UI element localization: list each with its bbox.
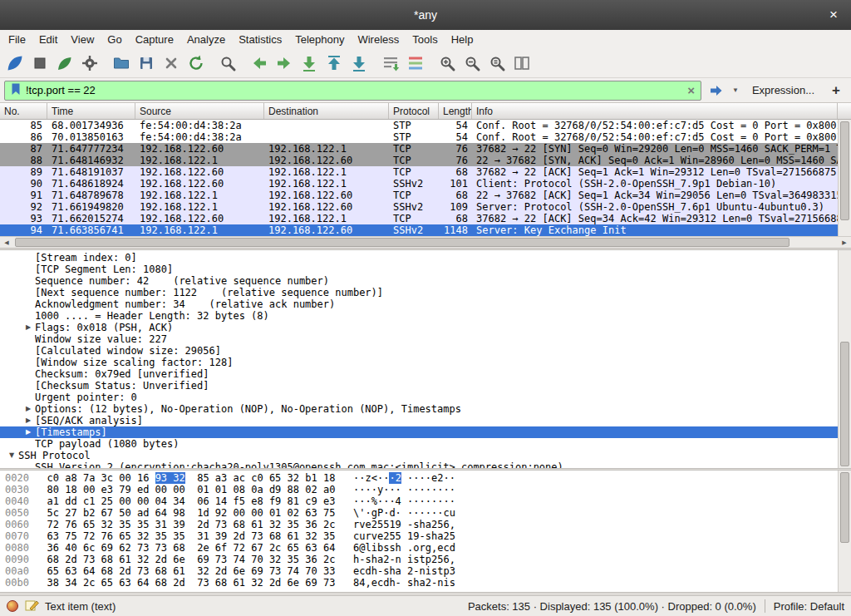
menu-statistics[interactable]: Statistics (232, 32, 288, 47)
expander-icon[interactable]: ▶ (22, 403, 35, 415)
close-capture-icon[interactable] (159, 52, 184, 75)
menu-file[interactable]: File (2, 32, 32, 47)
detail-line[interactable]: ▶Flags: 0x018 (PSH, ACK) (0, 322, 851, 333)
auto-scroll-icon[interactable] (378, 52, 403, 75)
display-filter-entry[interactable]: × (4, 81, 701, 101)
go-to-packet-icon[interactable] (297, 52, 322, 75)
reload-icon[interactable] (184, 52, 209, 75)
detail-line[interactable]: ▼SSH Protocol (0, 450, 851, 461)
detail-line[interactable]: ▶Options: (12 bytes), No-Operation (NOP)… (0, 403, 851, 415)
filter-apply-icon[interactable] (706, 81, 726, 100)
profile-label[interactable]: Profile: Default (774, 600, 844, 613)
detail-line[interactable]: ▶[Timestamps] (0, 426, 851, 438)
go-last-icon[interactable] (347, 52, 371, 75)
hex-row[interactable]: 0070 63 75 72 76 65 32 35 35 31 39 2d 73… (5, 530, 851, 542)
detail-line[interactable]: Urgent pointer: 0 (0, 392, 851, 403)
zoom-out-icon[interactable] (460, 52, 485, 75)
menu-edit[interactable]: Edit (32, 32, 64, 47)
expert-info-icon[interactable] (7, 600, 18, 612)
hex-row[interactable]: 0090 68 2d 73 68 61 32 2d 6e 69 73 74 70… (5, 554, 851, 565)
packet-row[interactable]: 8771.647777234192.168.122.60192.168.122.… (0, 143, 851, 155)
expression-button[interactable]: Expression... (745, 84, 821, 96)
detail-line[interactable]: TCP payload (1080 bytes) (0, 438, 851, 450)
scroll-right-icon[interactable]: ▶ (838, 237, 851, 248)
hex-row[interactable]: 0040 a1 dd c1 25 00 00 04 34 06 14 f5 e8… (5, 495, 851, 507)
go-forward-icon[interactable] (272, 52, 297, 75)
hex-row[interactable]: 00a0 65 63 64 68 2d 73 68 61 32 2d 6e 69… (5, 565, 851, 577)
capture-comment-icon[interactable] (24, 598, 39, 615)
hex-row[interactable]: 0050 5c 27 b2 67 50 ad 64 98 1d 92 00 00… (5, 507, 851, 519)
menu-wireless[interactable]: Wireless (351, 32, 406, 47)
packet-row[interactable]: 9071.648618924192.168.122.60192.168.122.… (0, 178, 851, 190)
column-header-protocol[interactable]: Protocol (389, 103, 439, 119)
detail-line[interactable]: Checksum: 0x79ed [unverified] (0, 368, 851, 380)
detail-line[interactable]: 1000 .... = Header Length: 32 bytes (8) (0, 310, 851, 322)
start-capture-icon[interactable] (2, 52, 27, 75)
hex-row[interactable]: 00b0 38 34 2c 65 63 64 68 2d 73 68 61 32… (5, 577, 851, 589)
find-packet-icon[interactable] (215, 52, 240, 75)
expander-icon[interactable]: ▶ (22, 426, 35, 438)
detail-line[interactable]: Window size value: 227 (0, 333, 851, 345)
detail-line[interactable]: [Next sequence number: 1122 (relative se… (0, 287, 851, 298)
packet-list-vscrollbar[interactable] (838, 120, 851, 236)
zoom-original-icon[interactable] (485, 52, 509, 75)
go-back-icon[interactable] (247, 52, 272, 75)
packet-row[interactable]: 8871.648146932192.168.122.1192.168.122.6… (0, 155, 851, 166)
hex-row[interactable]: 0060 72 76 65 32 35 35 31 39 2d 73 68 61… (5, 519, 851, 530)
menu-tools[interactable]: Tools (406, 32, 444, 47)
zoom-in-icon[interactable] (435, 52, 460, 75)
menu-telephony[interactable]: Telephony (288, 32, 351, 47)
expander-icon[interactable]: ▶ (22, 415, 35, 426)
packet-row[interactable]: 8568.001734936fe:54:00:d4:38:2aSTP54Conf… (0, 120, 851, 131)
packet-row[interactable]: 9171.648789678192.168.122.1192.168.122.6… (0, 190, 851, 201)
save-capture-icon[interactable] (134, 52, 159, 75)
packet-row[interactable]: 8971.648191037192.168.122.60192.168.122.… (0, 166, 851, 178)
hex-row[interactable]: 0080 36 40 6c 69 62 73 73 68 2e 6f 72 67… (5, 542, 851, 554)
close-button[interactable]: × (824, 6, 843, 24)
detail-line[interactable]: [Window size scaling factor: 128] (0, 357, 851, 368)
packet-row[interactable]: 9271.661949820192.168.122.1192.168.122.6… (0, 201, 851, 213)
packet-row[interactable]: 9371.662015274192.168.122.60192.168.122.… (0, 213, 851, 224)
stop-capture-icon[interactable] (27, 52, 52, 75)
filter-bookmark-icon[interactable] (8, 81, 23, 100)
detail-line[interactable]: [Calculated window size: 29056] (0, 345, 851, 357)
filter-clear-icon[interactable]: × (685, 83, 697, 97)
add-filter-button[interactable]: + (825, 82, 847, 99)
filter-input[interactable] (26, 84, 682, 96)
hex-row[interactable]: 0020 c0 a8 7a 3c 00 16 93 32 85 a3 ac c0… (5, 472, 851, 484)
expander-icon[interactable]: ▶ (22, 322, 35, 333)
detail-vscrollbar[interactable] (838, 250, 851, 468)
filter-dropdown-caret[interactable]: ▼ (730, 86, 741, 94)
column-header-source[interactable]: Source (135, 103, 264, 119)
column-header-destination[interactable]: Destination (264, 103, 389, 119)
column-header-length[interactable]: Length (439, 103, 472, 119)
detail-line[interactable]: [Checksum Status: Unverified] (0, 380, 851, 392)
menu-analyze[interactable]: Analyze (180, 32, 232, 47)
scroll-left-icon[interactable]: ◀ (0, 237, 13, 248)
resize-columns-icon[interactable] (509, 52, 534, 75)
packet-list-hscrollbar[interactable]: ◀ ▶ (0, 236, 851, 248)
open-capture-icon[interactable] (109, 52, 134, 75)
expander-icon[interactable]: ▼ (5, 450, 18, 461)
menu-help[interactable]: Help (445, 32, 480, 47)
detail-line[interactable]: [TCP Segment Len: 1080] (0, 264, 851, 275)
packet-row[interactable]: 8670.013850163fe:54:00:d4:38:2aSTP54Conf… (0, 131, 851, 143)
menu-capture[interactable]: Capture (129, 32, 180, 47)
menu-view[interactable]: View (64, 32, 101, 47)
detail-line[interactable]: Sequence number: 42 (relative sequence n… (0, 275, 851, 287)
column-header-no[interactable]: No. (0, 103, 47, 119)
go-first-icon[interactable] (322, 52, 347, 75)
detail-line[interactable]: [Stream index: 0] (0, 252, 851, 264)
hex-row[interactable]: 0030 80 18 00 e3 79 ed 00 00 01 01 08 0a… (5, 484, 851, 495)
column-header-info[interactable]: Info (472, 103, 838, 119)
detail-line[interactable]: SSH Version 2 (encryption:chacha20-poly1… (0, 461, 851, 468)
capture-options-icon[interactable] (77, 52, 102, 75)
menu-go[interactable]: Go (101, 32, 128, 47)
restart-capture-icon[interactable] (52, 52, 77, 75)
packet-row[interactable]: 9471.663856741192.168.122.1192.168.122.6… (0, 224, 851, 236)
detail-line[interactable]: ▶[SEQ/ACK analysis] (0, 415, 851, 426)
hex-vscrollbar[interactable] (838, 471, 851, 592)
colorize-icon[interactable] (403, 52, 428, 75)
column-header-time[interactable]: Time (47, 103, 135, 119)
detail-line[interactable]: Acknowledgment number: 34 (relative ack … (0, 298, 851, 310)
